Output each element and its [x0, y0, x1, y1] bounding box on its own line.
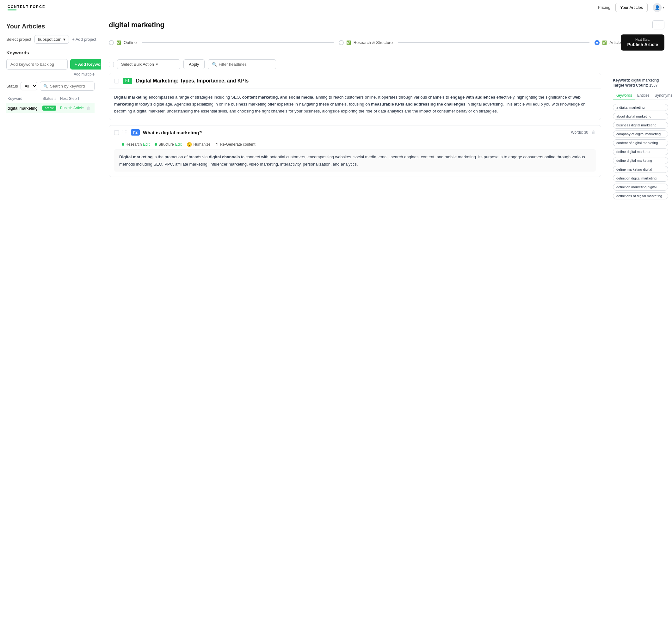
h2-delete-icon[interactable]: 🗑: [591, 130, 596, 135]
keyword-tag[interactable]: definition digital marketing: [613, 175, 668, 182]
right-panel: Keyword: digital marketing Target Word C…: [609, 73, 672, 632]
article-menu-button[interactable]: ⋯: [652, 20, 665, 29]
h2-meta: Research Edit Structure Edit 🙂 Humanize: [109, 140, 601, 149]
filter-headlines-wrapper: 🔍: [208, 59, 276, 69]
h2-body: Digital marketing is the promotion of br…: [114, 149, 596, 171]
logo-text: CONTENT FORCE: [7, 4, 45, 10]
regen-label: Re-Generate content: [220, 142, 255, 147]
article-body: h1 Digital Marketing: Types, Importance,…: [101, 73, 609, 632]
next-step-label: Next Step:: [635, 37, 650, 42]
keyword-tag[interactable]: definitions of digital marketing: [613, 193, 668, 199]
select-all-checkbox[interactable]: [109, 62, 114, 67]
project-select[interactable]: hubspot.com ▾: [34, 35, 69, 44]
status-info-icon[interactable]: ℹ: [54, 97, 56, 100]
h1-block: h1 Digital Marketing: Types, Importance,…: [109, 73, 601, 120]
keyword-tag[interactable]: about digital marketing: [613, 113, 668, 120]
h1-badge: h1: [123, 78, 132, 84]
nav-right: Pricing Your Articles 👤 ▾: [598, 3, 665, 12]
step-research-check-icon: ✅: [346, 41, 351, 45]
keyword-tag[interactable]: company of digital marketing: [613, 130, 668, 137]
search-by-keyword-input[interactable]: [50, 84, 91, 89]
step-research-label[interactable]: Research & Structure: [354, 40, 393, 45]
word-count-label: Target Word Count:: [613, 83, 648, 87]
drag-handle-icon[interactable]: ⠿⠿: [122, 130, 128, 135]
keyword-input[interactable]: [6, 59, 68, 70]
step-outline: ✅ Outline: [109, 40, 137, 45]
h1-title: Digital Marketing: Types, Importance, an…: [136, 78, 248, 84]
publish-label: Publish Article: [627, 42, 658, 47]
keywords-table: Keyword Status ℹ Next Step ℹ digital mar…: [6, 95, 95, 113]
structure-edit-link[interactable]: Edit: [175, 142, 182, 147]
steps-bar: ✅ Outline ✅ Research & Structure ✅ Artic…: [101, 29, 672, 56]
keyword-tag[interactable]: definition marketing digital: [613, 184, 668, 191]
apply-button[interactable]: Apply: [184, 59, 205, 69]
select-project-row: Select project hubspot.com ▾ + Add proje…: [6, 35, 95, 44]
bulk-action-label: Select Bulk Action: [121, 62, 154, 67]
research-dot-icon: [122, 143, 124, 146]
regen-icon: ↻: [215, 142, 218, 147]
panel-tabs: Keywords Entities Synonyms: [613, 91, 668, 100]
keyword-tag[interactable]: define digital marketing: [613, 157, 668, 164]
step-research: ✅ Research & Structure: [339, 40, 393, 45]
main-layout: Your Articles Select project hubspot.com…: [0, 15, 672, 632]
structure-meta: Structure Edit: [154, 142, 182, 147]
toolbar: Select Bulk Action ▾ Apply 🔍: [101, 56, 672, 73]
add-keyword-button[interactable]: + Add Keyword: [70, 59, 101, 70]
logo: CONTENT FORCE: [7, 4, 45, 10]
keyword-tag[interactable]: content of digital marketing: [613, 140, 668, 146]
add-project-link[interactable]: + Add project: [72, 37, 96, 42]
step-article-label[interactable]: Article: [609, 40, 621, 45]
step-article-radio: [595, 40, 600, 45]
research-meta: Research Edit: [122, 142, 150, 147]
h2-checkbox[interactable]: [114, 130, 119, 135]
delete-keyword-icon[interactable]: 🗑: [86, 105, 91, 110]
regenerate-button[interactable]: ↻ Re-Generate content: [215, 142, 255, 147]
navbar: CONTENT FORCE Pricing Your Articles 👤 ▾: [0, 0, 672, 15]
research-label: Research: [125, 142, 142, 147]
next-step-link[interactable]: Publish Article: [60, 106, 84, 110]
bulk-action-select[interactable]: Select Bulk Action ▾: [117, 59, 180, 69]
col-status: Status ℹ: [41, 95, 58, 103]
step-outline-radio: [109, 40, 114, 45]
content-area: h1 Digital Marketing: Types, Importance,…: [101, 73, 672, 632]
add-multiple-link[interactable]: Add multiple: [6, 72, 95, 76]
keyword-tag[interactable]: business digital marketing: [613, 122, 668, 129]
step-outline-label[interactable]: Outline: [124, 40, 137, 45]
keyword-tag[interactable]: define marketing digital: [613, 166, 668, 173]
status-label: Status: [6, 84, 18, 89]
keyword-info-wordcount: Target Word Count: 1587: [613, 83, 668, 87]
step-article-check-icon: ✅: [602, 41, 607, 45]
keyword-tag[interactable]: define digital marketer: [613, 148, 668, 155]
filter-headlines-input[interactable]: [219, 62, 272, 67]
status-select[interactable]: All: [21, 82, 37, 91]
user-menu[interactable]: 👤 ▾: [653, 3, 665, 12]
h1-body: Digital marketing encompasses a range of…: [109, 89, 601, 120]
keyword-info-keyword: Keyword: digital marketing: [613, 78, 668, 82]
next-step-button[interactable]: Next Step: Publish Article: [621, 34, 665, 51]
h2-header: ⠿⠿ h2 What is digital marketing? Words: …: [109, 125, 601, 140]
research-edit-link[interactable]: Edit: [143, 142, 150, 147]
user-icon: 👤: [653, 3, 662, 12]
tab-synonyms[interactable]: Synonyms: [652, 91, 672, 100]
next-step-info-icon[interactable]: ℹ: [78, 97, 79, 100]
humanize-emoji-icon: 🙂: [187, 142, 192, 147]
project-value: hubspot.com: [38, 37, 61, 42]
h2-badge: h2: [131, 129, 140, 135]
pricing-link[interactable]: Pricing: [598, 5, 610, 10]
your-articles-button[interactable]: Your Articles: [616, 3, 648, 12]
user-chevron-icon: ▾: [663, 6, 665, 9]
keyword-info: Keyword: digital marketing Target Word C…: [613, 78, 668, 87]
article-header: digital marketing ⋯: [101, 15, 672, 29]
h2-title: What is digital marketing?: [143, 130, 568, 135]
tab-entities[interactable]: Entities: [635, 91, 652, 100]
humanize-label: Humanize: [193, 142, 210, 147]
words-count: Words: 30: [571, 130, 589, 135]
filter-search-icon: 🔍: [212, 62, 217, 67]
project-chevron-icon: ▾: [63, 37, 66, 42]
keyword-tag[interactable]: a digital marketing: [613, 104, 668, 111]
step-divider-2: [398, 42, 590, 43]
humanize-button[interactable]: 🙂 Humanize: [187, 142, 210, 147]
tab-keywords[interactable]: Keywords: [613, 91, 635, 100]
h1-header: h1 Digital Marketing: Types, Importance,…: [109, 73, 601, 89]
h1-checkbox[interactable]: [114, 79, 119, 83]
